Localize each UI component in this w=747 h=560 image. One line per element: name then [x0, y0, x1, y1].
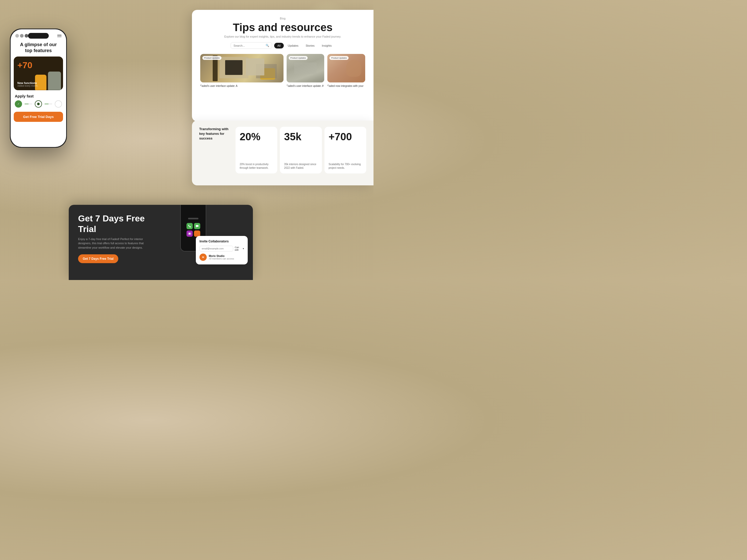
- phone-screen: A glimpse of our top features +70 New fu…: [10, 29, 66, 147]
- filter-tab-all[interactable]: All: [274, 43, 283, 49]
- blog-subtitle: Explore our blog for expert insights, ti…: [200, 35, 365, 38]
- card-label-sub: Added every month.: [17, 84, 38, 87]
- toggle-line: [25, 104, 32, 104]
- blog-card-desc-3: Faded now integrates with your: [327, 82, 365, 87]
- toggle-active[interactable]: [35, 100, 42, 108]
- toggle-check: ✓: [15, 100, 22, 108]
- cta-title: Get 7 Days Free Trial: [78, 213, 161, 234]
- cta-phone-notch: [188, 218, 199, 219]
- collab-title: Invite Collaborators: [200, 240, 244, 243]
- svg-point-0: [189, 233, 190, 234]
- dot-2: [20, 34, 24, 37]
- blog-cards: Product Updates Faded's user interface u…: [200, 54, 365, 87]
- collab-user: M Morix Studio All members can access: [200, 254, 244, 261]
- cta-panel: Get 7 Days Free Trial Enjoy a 7-day free…: [69, 205, 253, 280]
- cta-subtitle: Enjoy a 7-day free trial of Faded! Perfe…: [78, 237, 151, 250]
- toggle-inactive[interactable]: [55, 100, 62, 108]
- app-icon-orange: [194, 231, 200, 237]
- filter-tab-insights[interactable]: Insights: [319, 43, 335, 49]
- blog-card-desc-2: Faded's user interface update: A: [287, 82, 325, 87]
- stat-card-3: +700 Scalability for 700+ evolving proje…: [325, 127, 366, 174]
- stat-card-2: 35k 35k interiors designed since 2022 wi…: [280, 127, 321, 174]
- phone-mockup: A glimpse of our top features +70 New fu…: [10, 28, 67, 148]
- collaborators-card: Invite Collaborators Can edit ▾ M Morix …: [196, 236, 248, 264]
- dot-1: [15, 34, 19, 37]
- stat-value: 70: [23, 60, 32, 70]
- stats-cards: 20% 20% boost in productivity through be…: [235, 127, 366, 174]
- stats-left-label: Transforming with key features for succe…: [199, 127, 230, 141]
- blog-card-1[interactable]: Product Updates Faded's user interface u…: [200, 54, 283, 87]
- collab-user-info: Morix Studio All members can access: [209, 255, 234, 260]
- blog-card-2[interactable]: Product Updates Faded's user interface u…: [287, 54, 325, 87]
- collab-email-input[interactable]: [200, 246, 233, 251]
- blog-title: Tips and resources: [200, 22, 365, 33]
- blog-card-3[interactable]: Product Updates Faded now integrates wit…: [327, 54, 365, 87]
- chairs-illustration: [35, 72, 63, 90]
- collab-user-sub: All members can access: [209, 258, 234, 260]
- chevron-down-icon: ▾: [243, 247, 244, 250]
- app-icon-messages: [194, 223, 200, 229]
- collab-email-row: Can edit ▾: [200, 246, 244, 251]
- blog-card-badge-1: Product Updates: [202, 56, 222, 60]
- phone-feature-heading: A glimpse of our top features: [10, 37, 66, 56]
- collab-user-name: Morix Studio: [209, 255, 234, 258]
- chair-gray: [48, 72, 61, 90]
- blog-panel: Blog Tips and resources Explore our blog…: [192, 10, 374, 121]
- stat-prefix: +: [17, 60, 23, 70]
- stats-panel: Transforming with key features for succe…: [192, 121, 374, 185]
- hamburger-icon[interactable]: [57, 34, 61, 37]
- blog-card-desc-1: Faded's user interface update: A: [200, 82, 283, 87]
- search-row: 🔍 All Updates Stories Insights: [200, 42, 365, 49]
- stat-value-3: +700: [329, 131, 362, 142]
- permission-label: Can edit: [235, 246, 242, 251]
- blog-card-badge-2: Product Updates: [289, 56, 308, 60]
- blog-section-label: Blog: [200, 17, 365, 20]
- search-icon: 🔍: [265, 44, 269, 47]
- stat-value-2: 35k: [284, 131, 317, 142]
- stat-desc-3: Scalability for 700+ evolving project ne…: [329, 163, 362, 170]
- search-input[interactable]: [233, 44, 264, 47]
- dot-3: [25, 34, 28, 37]
- collab-permission: Can edit ▾: [235, 246, 244, 251]
- blog-card-badge-3: Product Updates: [329, 56, 349, 60]
- phone-feature-card: +70 New functions Added every month.: [14, 56, 63, 90]
- stat-card-1: 20% 20% boost in productivity through be…: [235, 127, 277, 174]
- apply-fast-title: Apply fast: [10, 90, 66, 100]
- app-icon-phone: [186, 223, 193, 229]
- avatar: M: [200, 254, 207, 261]
- stat-desc-2: 35k interiors designed since 2022 with F…: [284, 163, 317, 170]
- app-icon-camera: [186, 231, 193, 237]
- filter-tab-updates[interactable]: Updates: [285, 43, 302, 49]
- stat-desc-1: 20% boost in productivity through better…: [240, 163, 273, 170]
- phone-cta-button[interactable]: Get Free Trial Days: [14, 112, 63, 122]
- app-icons: [183, 223, 204, 237]
- search-box[interactable]: 🔍: [231, 42, 272, 49]
- toggle-line-2: [45, 104, 52, 104]
- cta-button[interactable]: Get 7 Days Free Trial: [78, 254, 118, 263]
- filter-tabs: All Updates Stories Insights: [274, 43, 335, 49]
- filter-tab-stories[interactable]: Stories: [303, 43, 318, 49]
- card-label-title: New functions: [17, 81, 38, 84]
- phone-frame: A glimpse of our top features +70 New fu…: [10, 28, 67, 148]
- card-label: New functions Added every month.: [17, 81, 38, 87]
- phone-stat: +70: [17, 60, 59, 70]
- stat-value-1: 20%: [240, 131, 273, 142]
- phone-notch: [28, 33, 49, 38]
- phone-toggles: ✓: [10, 100, 66, 108]
